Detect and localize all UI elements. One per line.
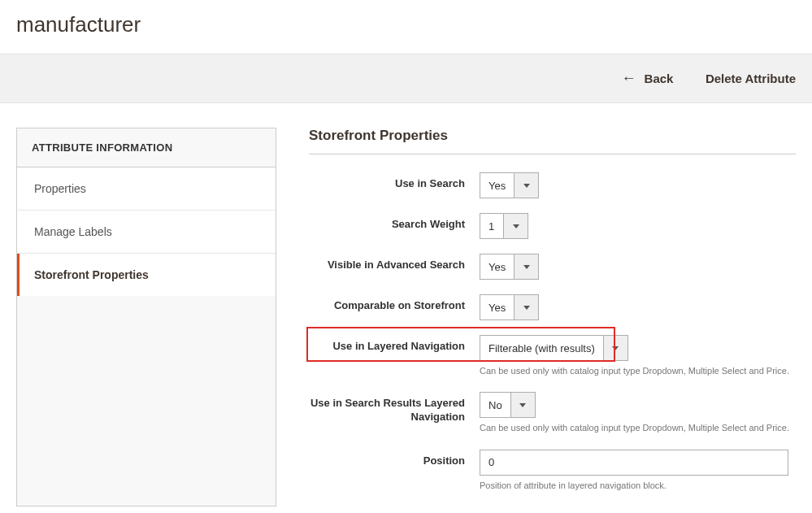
field-label: Use in Layered Navigation — [309, 335, 480, 354]
field-label: Search Weight — [309, 213, 480, 232]
content-wrap: ATTRIBUTE INFORMATION Properties Manage … — [0, 103, 812, 513]
field-comparable-storefront: Comparable on Storefront Yes — [309, 294, 796, 320]
select-value: Yes — [480, 173, 514, 198]
select-value: Yes — [480, 254, 514, 279]
visible-advanced-select[interactable]: Yes — [480, 254, 539, 280]
sidebar-item-storefront-properties[interactable]: Storefront Properties — [17, 254, 276, 296]
field-help: Can be used only with catalog input type… — [480, 365, 796, 377]
chevron-down-icon — [514, 295, 538, 320]
sidebar-item-label: Storefront Properties — [34, 268, 149, 281]
field-search-weight: Search Weight 1 — [309, 213, 796, 239]
chevron-down-icon — [503, 214, 528, 238]
section-title: Storefront Properties — [309, 128, 796, 154]
field-position: Position Position of attribute in layere… — [309, 450, 796, 492]
search-weight-select[interactable]: 1 — [480, 213, 528, 239]
field-control: Yes — [480, 294, 796, 320]
sidebar: ATTRIBUTE INFORMATION Properties Manage … — [16, 128, 276, 506]
use-in-search-select[interactable]: Yes — [480, 172, 539, 198]
field-help: Position of attribute in layered navigat… — [480, 480, 796, 492]
sidebar-item-label: Properties — [34, 182, 86, 195]
page-title: manufacturer — [0, 0, 812, 54]
search-results-layered-nav-select[interactable]: No — [480, 392, 536, 418]
sidebar-item-properties[interactable]: Properties — [17, 167, 276, 211]
field-control: 1 — [480, 213, 796, 239]
field-use-in-search: Use in Search Yes — [309, 172, 796, 198]
field-control: Yes — [480, 254, 796, 280]
sidebar-item-label: Manage Labels — [34, 225, 112, 238]
chevron-down-icon — [514, 173, 538, 198]
field-label: Comparable on Storefront — [309, 294, 480, 313]
select-value: Filterable (with results) — [480, 336, 603, 360]
field-label: Position — [309, 450, 480, 468]
field-layered-navigation: Use in Layered Navigation Filterable (wi… — [309, 335, 796, 377]
field-control: Position of attribute in layered navigat… — [480, 450, 796, 492]
field-help: Can be used only with catalog input type… — [480, 422, 796, 434]
chevron-down-icon — [603, 336, 627, 360]
position-input[interactable] — [480, 450, 788, 476]
field-control: Yes — [480, 172, 796, 198]
layered-navigation-select[interactable]: Filterable (with results) — [480, 335, 628, 361]
arrow-left-icon: ← — [622, 71, 636, 85]
select-value: 1 — [480, 214, 503, 238]
field-visible-advanced-search: Visible in Advanced Search Yes — [309, 254, 796, 280]
field-control: Filterable (with results) Can be used on… — [480, 335, 796, 377]
select-value: No — [480, 393, 510, 417]
main-panel: Storefront Properties Use in Search Yes … — [309, 128, 796, 506]
field-control: No Can be used only with catalog input t… — [480, 392, 796, 434]
delete-button-label: Delete Attribute — [706, 72, 796, 85]
sidebar-header: ATTRIBUTE INFORMATION — [17, 128, 276, 167]
select-value: Yes — [480, 295, 514, 320]
field-label: Use in Search — [309, 172, 480, 191]
comparable-select[interactable]: Yes — [480, 294, 539, 320]
sidebar-item-manage-labels[interactable]: Manage Labels — [17, 211, 276, 254]
field-search-results-layered-nav: Use in Search Results Layered Navigation… — [309, 392, 796, 434]
action-bar: ← Back Delete Attribute — [0, 54, 812, 103]
chevron-down-icon — [510, 393, 535, 417]
field-label: Use in Search Results Layered Navigation — [309, 392, 480, 424]
field-label: Visible in Advanced Search — [309, 254, 480, 272]
back-button-label: Back — [645, 72, 674, 85]
delete-attribute-button[interactable]: Delete Attribute — [706, 72, 796, 85]
chevron-down-icon — [514, 254, 538, 279]
back-button[interactable]: ← Back — [622, 71, 674, 85]
